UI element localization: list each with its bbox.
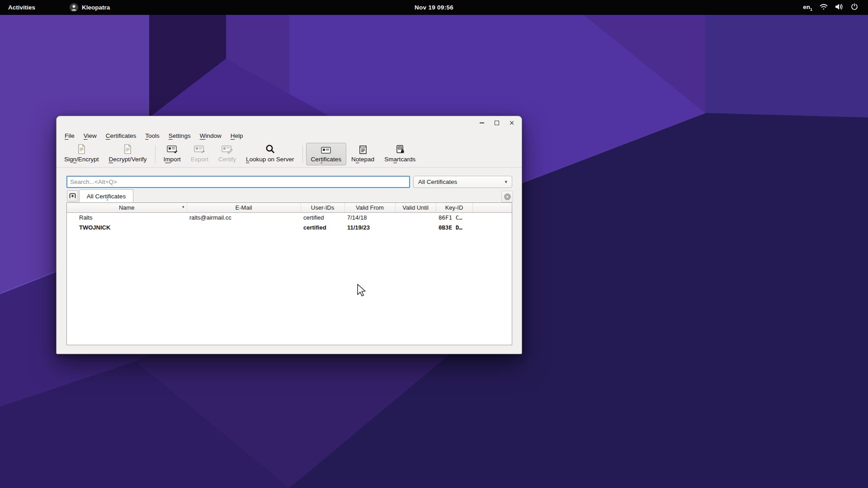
column-header-filler [472, 203, 512, 212]
tool-label: Certify [218, 156, 236, 163]
column-header-valid-until[interactable]: Valid Until [395, 203, 436, 212]
column-header-valid-from[interactable]: Valid From [344, 203, 395, 212]
sort-indicator-icon: ▾ [182, 205, 184, 209]
menu-tools[interactable]: Tools [141, 131, 164, 141]
clock[interactable]: Nov 19 09:56 [415, 0, 453, 15]
activities-button[interactable]: Activities [0, 0, 43, 15]
maximize-button[interactable] [493, 119, 500, 127]
new-tab-icon [69, 193, 76, 199]
export-certificate-icon [193, 145, 205, 155]
tool-label: Notepad [351, 156, 374, 163]
search-server-icon [265, 144, 275, 155]
certificate-row[interactable]: Ralts ralts@airmail.cc certified 7/14/18… [67, 212, 512, 222]
window-titlebar[interactable]: × [57, 116, 522, 130]
lookup-on-server-button[interactable]: Lookup on Server [241, 143, 299, 165]
sign-encrypt-button[interactable]: Sign/Encrypt [59, 143, 104, 165]
smartcards-button[interactable]: Smartcards [379, 143, 420, 165]
certificate-row[interactable]: TWOJNICK certified 11/19/23 0B3E D… [67, 222, 512, 232]
close-button[interactable]: × [508, 119, 515, 127]
verify-document-icon [123, 144, 132, 155]
minimize-button[interactable] [478, 119, 486, 127]
certificate-table: Name ▾ E-Mail User-IDs Valid From Valid … [66, 202, 512, 345]
toolbar-separator [155, 145, 156, 163]
tool-label: Decrypt/Verify [109, 156, 147, 163]
tool-label: Export [191, 156, 208, 163]
kleopatra-window: × File View Certificates Tools Settings … [56, 116, 522, 354]
toolbar-separator [302, 145, 303, 163]
menu-window[interactable]: Window [195, 131, 226, 141]
column-header-key-id[interactable]: Key-ID [436, 203, 472, 212]
volume-icon[interactable] [835, 3, 844, 12]
certificates-view-button[interactable]: Certificates [306, 143, 347, 165]
tool-label: Import [164, 156, 181, 163]
certify-icon [221, 145, 233, 155]
export-button: Export [186, 143, 213, 165]
tool-label: Certificates [311, 156, 342, 163]
sign-document-icon [77, 144, 86, 155]
main-toolbar: Sign/Encrypt Decrypt/Verify [57, 141, 522, 168]
tool-label: Sign/Encrypt [64, 156, 99, 163]
menu-help[interactable]: Help [226, 131, 248, 141]
kleopatra-app-icon [70, 3, 78, 12]
gnome-top-bar: Activities Kleopatra Nov 19 09:56 en1 [0, 0, 868, 15]
focused-app-name: Kleopatra [82, 4, 110, 11]
notepad-icon [359, 145, 368, 155]
certificate-rows: Ralts ralts@airmail.cc certified 7/14/18… [67, 212, 512, 232]
close-tab-button: × [501, 191, 513, 202]
certificates-icon [321, 145, 331, 155]
notepad-button[interactable]: Notepad [346, 143, 379, 165]
close-icon: × [504, 193, 511, 200]
tab-all-certificates[interactable]: All Certificates [79, 189, 133, 202]
focused-app-menu[interactable]: Kleopatra [63, 0, 116, 15]
certify-button: Certify [213, 143, 241, 165]
menu-settings[interactable]: Settings [164, 131, 195, 141]
tool-label: Smartcards [384, 156, 415, 163]
filter-value: All Certificates [418, 178, 457, 185]
decrypt-verify-button[interactable]: Decrypt/Verify [104, 143, 152, 165]
new-tab-button[interactable] [67, 190, 78, 202]
smartcard-icon [395, 145, 405, 155]
certificate-filter-dropdown[interactable]: All Certificates ▾ [413, 176, 512, 188]
menu-view[interactable]: View [79, 131, 101, 141]
tool-label: Lookup on Server [246, 156, 294, 163]
wifi-icon[interactable] [820, 4, 828, 12]
menu-certificates[interactable]: Certificates [101, 131, 141, 141]
power-icon[interactable] [851, 3, 858, 12]
menu-file[interactable]: File [60, 131, 79, 141]
import-certificate-icon [166, 145, 178, 155]
column-header-user-ids[interactable]: User-IDs [301, 203, 344, 212]
import-button[interactable]: Import [159, 143, 186, 165]
keyboard-layout-indicator[interactable]: en1 [803, 4, 812, 12]
search-input[interactable] [66, 176, 410, 188]
column-header-email[interactable]: E-Mail [187, 203, 301, 212]
chevron-down-icon: ▾ [505, 179, 507, 185]
column-header-name[interactable]: Name ▾ [67, 203, 187, 212]
menu-bar: File View Certificates Tools Settings Wi… [57, 130, 522, 141]
